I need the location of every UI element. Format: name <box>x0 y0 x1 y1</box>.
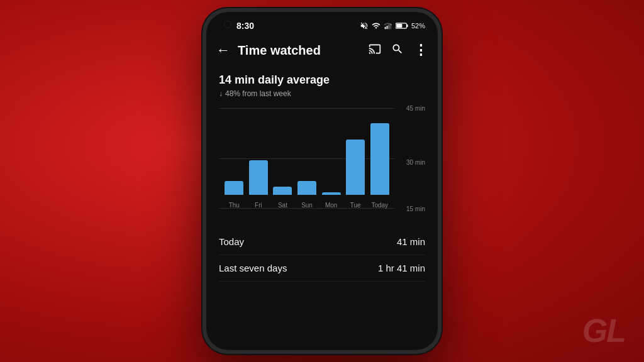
bar-group-fri <box>248 108 269 195</box>
svg-rect-2 <box>389 25 390 29</box>
cast-icon[interactable] <box>369 43 381 58</box>
battery-percent: 52% <box>411 22 425 30</box>
bar-sun <box>297 181 316 195</box>
bar-group-today <box>369 108 390 195</box>
search-icon[interactable] <box>391 43 404 58</box>
bar-mon <box>322 192 341 195</box>
y-axis-labels: 45 min 30 min 15 min <box>397 108 425 209</box>
bar-tue <box>346 140 365 195</box>
stat-label-1: Last seven days <box>219 263 287 273</box>
x-label-fri: Fri <box>248 202 269 209</box>
content-area: 14 min daily average ↓ 48% from last wee… <box>206 63 438 219</box>
bar-group-sat <box>272 108 293 195</box>
svg-rect-1 <box>387 26 388 29</box>
stat-value-0: 41 min <box>397 236 425 247</box>
mute-icon <box>360 21 369 30</box>
svg-rect-3 <box>390 24 391 30</box>
svg-rect-6 <box>396 24 402 28</box>
bar-group-sun <box>297 108 318 195</box>
y-label-15: 15 min <box>406 206 425 212</box>
bar-group-tue <box>345 108 366 195</box>
svg-rect-0 <box>385 27 386 30</box>
y-label-30: 30 min <box>406 158 425 165</box>
bar-group-mon <box>321 108 341 195</box>
x-label-tue: Tue <box>345 202 366 209</box>
status-time: 8:30 <box>236 21 254 31</box>
battery-indicator <box>396 22 408 30</box>
x-label-mon: Mon <box>321 202 341 209</box>
daily-change: ↓ 48% from last week <box>219 89 425 98</box>
bar-fri <box>249 160 268 195</box>
daily-average: 14 min daily average <box>219 74 425 87</box>
bar-thu <box>225 181 243 195</box>
x-label-today: Today <box>369 202 390 209</box>
y-label-45: 45 min <box>406 105 425 112</box>
phone-screen: 8:30 <box>206 12 438 350</box>
stat-value-1: 1 hr 41 min <box>378 263 425 273</box>
stat-row-0: Today41 min <box>219 229 425 255</box>
bars-area <box>219 108 395 195</box>
bar-group-thu <box>224 108 245 195</box>
more-options-icon[interactable]: ⋮ <box>414 43 428 57</box>
header-actions: ⋮ <box>369 43 428 58</box>
camera-punch-hole <box>224 21 231 28</box>
app-header: ← Time watched ⋮ <box>206 37 438 63</box>
change-icon: ↓ <box>219 89 223 98</box>
phone-frame: 8:30 <box>203 8 441 354</box>
bar-today <box>370 123 389 195</box>
power-button <box>440 112 441 150</box>
page-title: Time watched <box>238 43 361 58</box>
signal-icon <box>384 21 392 30</box>
x-label-thu: Thu <box>224 202 245 209</box>
stats-section: Today41 minLast seven days1 hr 41 min <box>206 219 438 282</box>
status-bar: 8:30 <box>206 12 438 37</box>
wifi-icon <box>372 21 380 30</box>
x-label-sat: Sat <box>272 202 293 209</box>
change-text: 48% from last week <box>225 89 291 98</box>
bar-sat <box>273 187 292 195</box>
x-axis-labels: ThuFriSatSunMonTueToday <box>219 202 395 209</box>
status-icons: 52% <box>360 21 425 30</box>
back-button[interactable]: ← <box>216 42 230 58</box>
gl-watermark: GL <box>582 312 625 349</box>
svg-rect-5 <box>406 25 408 27</box>
x-label-sun: Sun <box>297 202 318 209</box>
stat-label-0: Today <box>219 236 244 247</box>
time-chart: 45 min 30 min 15 min ThuFriSatSunMonTueT… <box>219 108 425 209</box>
stat-row-1: Last seven days1 hr 41 min <box>219 255 425 282</box>
